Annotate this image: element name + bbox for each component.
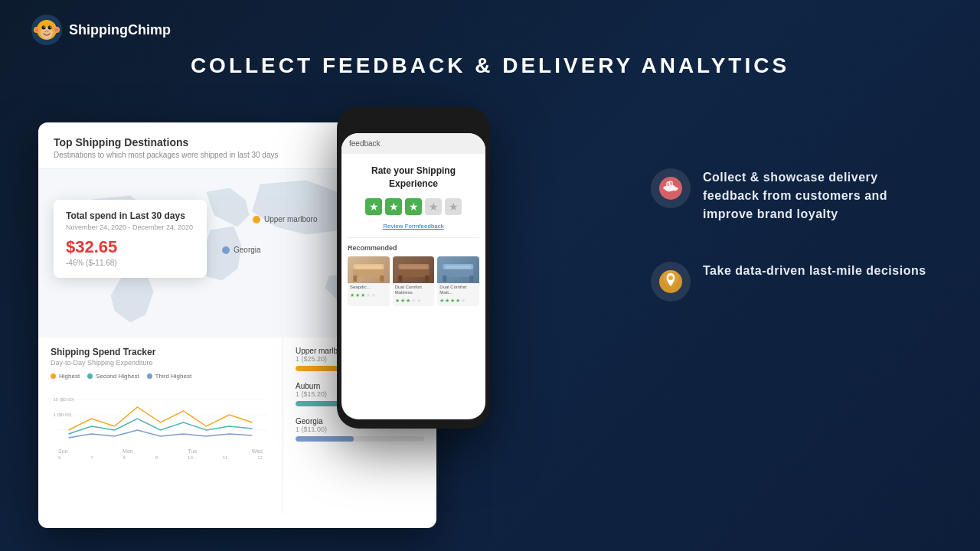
chart-label-tue: Tue <box>188 448 197 454</box>
spend-amount: $32.65 <box>66 237 194 257</box>
star-5[interactable]: ★ <box>445 198 462 215</box>
chart-area: 15 ($0.00) 1 ($0.00) Sun Mon Tue Wed 6 7… <box>51 384 270 461</box>
feature-item-1: Collect & showcase delivery feedback fro… <box>651 168 934 223</box>
chart-spend-5: 15 ($0.00) <box>242 460 263 461</box>
logo-icon <box>31 14 63 46</box>
p-star: ★ <box>406 298 410 304</box>
p-star-empty: ★ <box>461 298 466 304</box>
recommended-title: Recommended <box>348 244 479 252</box>
svg-point-4 <box>48 26 52 30</box>
legend-label: Second Highest <box>96 373 139 380</box>
chart-spend-4: 17 ($7.00) <box>196 460 217 461</box>
chart-spend-3: 25 ($13.58) <box>147 460 171 461</box>
p-star: ★ <box>350 292 354 298</box>
chart-label-wed: Wed <box>252 448 263 454</box>
feature-icon-1-container <box>651 168 691 208</box>
phone-feedback-bar: feedback <box>341 133 485 154</box>
svg-point-6 <box>50 27 51 28</box>
header: ShippingChimp <box>0 0 980 60</box>
legend-dot <box>51 373 56 379</box>
spend-title: Total spend in Last 30 days <box>66 210 194 221</box>
svg-rect-22 <box>355 266 381 269</box>
feature-item-2: Take data-driven last-mile decisions <box>651 262 934 302</box>
star-3[interactable]: ★ <box>405 198 422 215</box>
chart-label-sun: Sun <box>58 448 67 454</box>
product-bed-icon-2 <box>393 256 435 283</box>
legend-label: Third Highest <box>155 373 192 380</box>
phone-mockup: feedback Rate your Shipping Experience ★… <box>337 107 490 429</box>
feature-text-2: Take data-driven last-mile decisions <box>703 262 926 280</box>
product-stars-3: ★ ★ ★ ★ ★ <box>437 297 479 306</box>
spend-change: -46% ($-11.68) <box>66 259 194 267</box>
svg-point-11 <box>45 31 47 32</box>
location-pin-icon <box>658 269 683 294</box>
product-name-2: Dual Comfort Mattress <box>393 283 435 297</box>
main-title: COLLECT FEEDBACK & DELIVERY ANALYTICS <box>0 54 980 78</box>
map-dot-upper-marlboro: Upper marlboro <box>253 215 317 223</box>
legend-label: Highest <box>59 373 80 380</box>
review-link[interactable]: Review Formfeedback <box>349 223 478 230</box>
svg-rect-31 <box>470 276 474 282</box>
product-grid: Seapdic... ★ ★ ★ ★ ★ <box>348 256 479 306</box>
svg-rect-21 <box>380 276 384 282</box>
svg-rect-32 <box>446 266 472 269</box>
dot-circle <box>253 216 260 223</box>
svg-rect-30 <box>443 276 447 282</box>
spend-tracker-section: Shipping Spend Tracker Day-to-Day Shippi… <box>38 337 283 514</box>
chart-val-6: 11 <box>223 455 228 460</box>
p-star-empty: ★ <box>366 292 371 298</box>
svg-point-8 <box>35 28 39 32</box>
line-chart: 15 ($0.00) 1 ($0.00) <box>51 384 270 445</box>
spend-tracker-title: Shipping Spend Tracker <box>51 347 270 357</box>
p-star: ★ <box>355 292 360 298</box>
logo-text: ShippingChimp <box>69 22 171 38</box>
stars-row: ★ ★ ★ ★ ★ <box>349 198 478 215</box>
phone-rate-section: Rate your Shipping Experience ★ ★ ★ ★ ★ … <box>341 154 485 237</box>
dot-label: Upper marlboro <box>264 215 317 223</box>
star-2[interactable]: ★ <box>385 198 402 215</box>
dot-label: Georgia <box>234 246 261 254</box>
p-star: ★ <box>456 298 460 304</box>
phone-notch <box>387 116 440 129</box>
spend-date: November 24, 2020 - December 24, 2020 <box>66 223 194 231</box>
star-1[interactable]: ★ <box>365 198 382 215</box>
p-star: ★ <box>439 298 444 304</box>
svg-rect-20 <box>353 276 357 282</box>
product-item-1[interactable]: Seapdic... ★ ★ ★ ★ ★ <box>348 256 390 306</box>
svg-text:15 ($0.00): 15 ($0.00) <box>54 397 74 402</box>
phone-rate-title: Rate your Shipping Experience <box>349 165 478 191</box>
spend-card: Total spend in Last 30 days November 24,… <box>54 200 207 278</box>
product-name-3: Dual Comfort Matt... <box>437 283 479 297</box>
handshake-icon <box>658 176 683 201</box>
p-star-empty: ★ <box>371 292 376 298</box>
product-bed-icon <box>348 256 390 283</box>
chart-legend: Highest Second Highest Third Highest <box>51 373 270 380</box>
recommended-section: Recommended Seapdic... <box>341 238 485 312</box>
p-star: ★ <box>361 292 365 298</box>
svg-point-10 <box>55 28 59 32</box>
p-star: ★ <box>450 298 455 304</box>
chart-val-3: 8 <box>123 455 126 460</box>
svg-point-12 <box>47 31 49 32</box>
product-img-1 <box>348 256 390 283</box>
svg-rect-27 <box>400 266 426 269</box>
bar-track <box>296 436 424 442</box>
svg-point-3 <box>42 26 46 30</box>
legend-third: Third Highest <box>147 373 192 380</box>
product-item-2[interactable]: Dual Comfort Mattress ★ ★ ★ ★ ★ <box>393 256 435 306</box>
chart-spend-1: 16 ($0.00) <box>58 460 79 461</box>
svg-point-35 <box>668 276 673 280</box>
phone-screen: feedback Rate your Shipping Experience ★… <box>341 133 485 419</box>
svg-rect-25 <box>398 276 402 282</box>
dot-circle <box>222 246 230 254</box>
p-star: ★ <box>395 298 400 304</box>
right-content: Collect & showcase delivery feedback fro… <box>651 168 934 340</box>
p-star: ★ <box>400 298 405 304</box>
product-item-3[interactable]: Dual Comfort Matt... ★ ★ ★ ★ ★ <box>437 256 479 306</box>
map-dot-georgia: Georgia <box>222 246 261 254</box>
feature-icon-2-container <box>651 262 691 302</box>
star-4[interactable]: ★ <box>425 198 442 215</box>
p-star: ★ <box>445 298 449 304</box>
product-img-3 <box>437 256 479 283</box>
chart-label-mon: Mon <box>122 448 133 454</box>
